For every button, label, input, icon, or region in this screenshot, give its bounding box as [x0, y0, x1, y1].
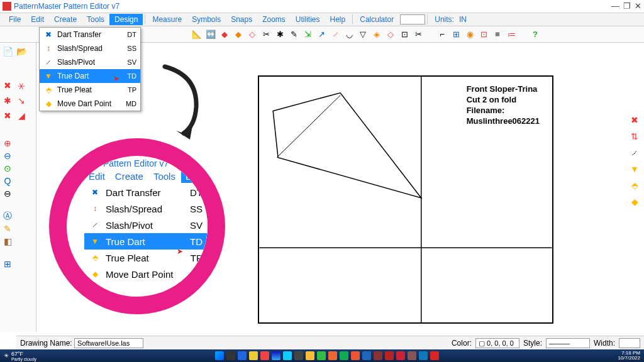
- taskbar-app[interactable]: [317, 351, 326, 360]
- menu-symbols[interactable]: Symbols: [187, 14, 226, 25]
- menu-utilities[interactable]: Utilities: [291, 14, 325, 25]
- taskbar-app[interactable]: [408, 351, 416, 360]
- toolbar-icon[interactable]: ◡: [343, 29, 355, 40]
- toolbar-icon[interactable]: ↗: [316, 29, 327, 40]
- taskbar-app[interactable]: [362, 351, 371, 360]
- menu-zooms[interactable]: Zooms: [257, 14, 291, 25]
- dropdown-item-slash-spread[interactable]: ↕ Slash/Spread SS: [40, 41, 140, 55]
- dropdown-item-true-dart[interactable]: ▼ True Dart TD: [40, 69, 140, 83]
- eraser-icon[interactable]: ◧: [1, 235, 14, 248]
- menu-create[interactable]: Create: [49, 14, 82, 25]
- pencil-icon[interactable]: ✎: [1, 222, 14, 235]
- close-button[interactable]: ✕: [635, 1, 641, 11]
- tool-icon[interactable]: ⇅: [628, 129, 641, 143]
- dropdown-item-move-dart-point[interactable]: ◆ Move Dart Point MD: [40, 97, 140, 111]
- taskbar-app[interactable]: [419, 351, 428, 360]
- toolbar-icon[interactable]: ◇: [385, 29, 396, 40]
- taskbar-app[interactable]: [294, 351, 303, 360]
- zoom-in-icon[interactable]: ⊕: [1, 137, 14, 150]
- compass-icon[interactable]: Ⓐ: [1, 210, 14, 222]
- toolbar-icon[interactable]: ✎: [288, 29, 299, 40]
- menu-design[interactable]: Design: [109, 14, 143, 25]
- zoom-fit-icon[interactable]: ⊙: [1, 162, 14, 175]
- zoom-item: ◆Move Dart PointM: [84, 266, 208, 282]
- toolbar-icon[interactable]: ⊞: [450, 29, 462, 40]
- minimize-button[interactable]: —: [611, 1, 619, 11]
- dropdown-item-slash-pivot[interactable]: ⟋ Slash/Pivot SV: [40, 55, 140, 69]
- taskbar-app[interactable]: [396, 351, 405, 360]
- style-field[interactable]: ———: [546, 338, 590, 348]
- toolbar-icon[interactable]: ⌐: [436, 29, 448, 40]
- toolbar-icon[interactable]: ⟋: [330, 29, 341, 40]
- toolbar-icon[interactable]: 📐: [191, 29, 203, 40]
- toolbar-icon[interactable]: ↔️: [205, 29, 216, 40]
- taskbar-app[interactable]: [283, 351, 292, 360]
- tool-icon[interactable]: ⬘: [628, 178, 641, 192]
- dropdown-item-true-pleat[interactable]: ⬘ True Pleat TP: [40, 83, 140, 97]
- toolbar-icon[interactable]: ≔: [506, 29, 517, 40]
- menu-calculator[interactable]: Calculator: [355, 14, 399, 25]
- tool-icon[interactable]: ◆: [628, 195, 641, 209]
- taskbar-app[interactable]: [340, 351, 348, 360]
- toolbar-icon[interactable]: ◈: [371, 29, 382, 40]
- zoom-out-icon[interactable]: ⊖: [1, 150, 14, 162]
- taskbar-app[interactable]: [374, 351, 382, 360]
- zoom-menu-edit: Edit: [84, 170, 109, 183]
- taskbar-app[interactable]: [249, 351, 258, 360]
- tool-icon[interactable]: ◢: [15, 109, 28, 122]
- taskbar-app[interactable]: [328, 351, 337, 360]
- color-field[interactable]: ▢ 0, 0, 0, 0: [475, 338, 519, 348]
- taskbar-app[interactable]: [385, 351, 394, 360]
- taskbar-app[interactable]: [260, 351, 269, 360]
- calculator-icon[interactable]: ⊞: [1, 258, 14, 270]
- toolbar-icon[interactable]: ⇲: [302, 29, 313, 40]
- new-icon[interactable]: 📄: [1, 45, 14, 58]
- taskbar-app[interactable]: [306, 351, 314, 360]
- start-button[interactable]: [215, 351, 224, 360]
- toolbar-icon[interactable]: ◆: [219, 29, 230, 40]
- taskbar-app[interactable]: [430, 351, 439, 360]
- tool-icon[interactable]: ▼: [628, 162, 641, 176]
- drawing-name-field[interactable]: SoftwareIUse.las: [74, 338, 143, 348]
- tool-icon[interactable]: ⟋: [628, 146, 641, 160]
- toolbar-icon[interactable]: ⊡: [478, 29, 489, 40]
- menu-file[interactable]: File: [4, 14, 26, 25]
- taskbar-weather[interactable]: ☀ 67°F Partly cloudy: [4, 351, 36, 361]
- tool-icon[interactable]: ✱: [1, 94, 14, 107]
- toolbar-icon[interactable]: ≡: [492, 29, 503, 40]
- width-label: Width:: [594, 339, 615, 348]
- calculator-input[interactable]: [400, 14, 425, 25]
- open-icon[interactable]: 📂: [15, 45, 28, 58]
- tool-icon[interactable]: ⚹: [15, 79, 28, 92]
- toolbar-icon[interactable]: ✂: [260, 29, 272, 40]
- tool-icon[interactable]: ↘: [15, 94, 28, 107]
- zoom-icon[interactable]: Q: [1, 175, 14, 187]
- menu-measure[interactable]: Measure: [147, 14, 187, 25]
- toolbar-icon[interactable]: ✂: [413, 29, 424, 40]
- tool-icon[interactable]: ✖: [1, 109, 14, 122]
- separator: [145, 14, 145, 25]
- taskbar-clock[interactable]: 7:18 PM 10/7/2022: [618, 351, 640, 361]
- menu-snaps[interactable]: Snaps: [226, 14, 257, 25]
- width-field[interactable]: [619, 338, 640, 348]
- toolbar-icon[interactable]: ◉: [464, 29, 475, 40]
- toolbar-icon[interactable]: ▽: [357, 29, 369, 40]
- zoom-icon[interactable]: ⊖: [1, 187, 14, 200]
- tool-icon[interactable]: ✖: [628, 113, 641, 127]
- tool-icon[interactable]: ✖: [1, 79, 14, 92]
- taskbar-app[interactable]: [351, 351, 360, 360]
- help-icon[interactable]: ?: [530, 29, 541, 40]
- menu-edit[interactable]: Edit: [26, 14, 49, 25]
- taskbar-app[interactable]: [272, 351, 280, 360]
- taskbar-app[interactable]: [226, 351, 235, 360]
- menu-help[interactable]: Help: [325, 14, 351, 25]
- toolbar-icon[interactable]: ✱: [274, 29, 286, 40]
- dropdown-item-dart-transfer[interactable]: ✖ Dart Transfer DT: [40, 28, 140, 41]
- toolbar-icon[interactable]: ⊡: [399, 29, 410, 40]
- toolbar-icon[interactable]: ◇: [247, 29, 258, 40]
- menu-tools[interactable]: Tools: [82, 14, 109, 25]
- windows-taskbar[interactable]: ☀ 67°F Partly cloudy 7:18 PM 10/7/2022: [0, 349, 644, 362]
- toolbar-icon[interactable]: ◆: [233, 29, 244, 40]
- maximize-button[interactable]: ❐: [623, 1, 631, 11]
- taskbar-app[interactable]: [238, 351, 247, 360]
